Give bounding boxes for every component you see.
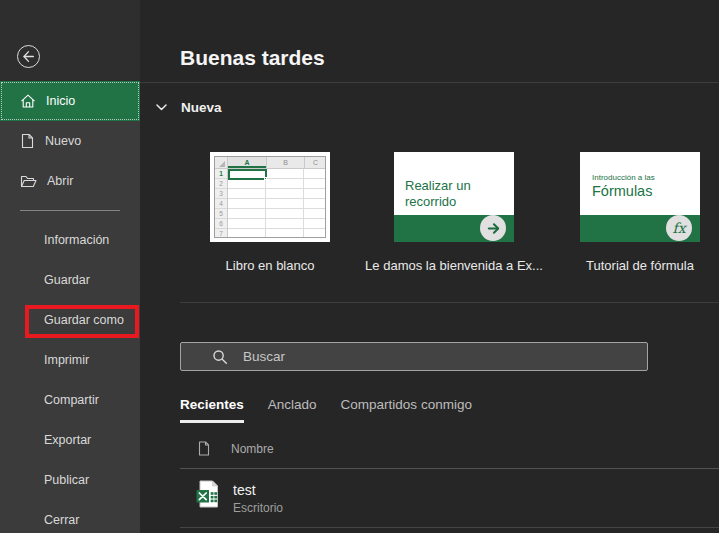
tab-anclado[interactable]: Anclado — [268, 397, 317, 423]
new-section-header[interactable]: Nueva — [156, 100, 222, 115]
file-location: Escritorio — [233, 501, 283, 515]
template-welcome-tour[interactable]: Realizar un recorrido — [394, 152, 514, 242]
template-formula-tutorial[interactable]: Introducción a las Fórmulas fx — [580, 152, 700, 242]
sheet-row-headers: 1 2 3 4 5 6 7 — [215, 169, 228, 237]
sidebar-header — [0, 0, 140, 81]
sidebar-item-guardar[interactable]: Guardar — [0, 260, 140, 300]
sidebar-item-label: Publicar — [44, 473, 89, 487]
sheet-row-header: 4 — [215, 199, 227, 209]
search-icon — [181, 349, 228, 365]
sidebar-item-label: Compartir — [44, 393, 99, 407]
sheet-col-header: B — [267, 157, 305, 169]
back-button[interactable] — [17, 45, 40, 68]
name-column-header[interactable]: Nombre — [231, 442, 274, 456]
sidebar-item-label: Guardar — [44, 273, 90, 287]
sheet-row-header: 3 — [215, 189, 227, 199]
sheet-row-header: 5 — [215, 209, 227, 219]
sheet-corner-cell — [215, 157, 228, 169]
tour-preview-title: Realizar un recorrido — [405, 178, 471, 211]
sidebar-item-label: Abrir — [47, 174, 73, 188]
divider — [180, 302, 719, 303]
sidebar-item-imprimir[interactable]: Imprimir — [0, 340, 140, 380]
sheet-row-header: 2 — [215, 179, 227, 189]
sheet-row-header: 7 — [215, 229, 227, 238]
sidebar-item-guardar-como[interactable]: Guardar como — [0, 300, 140, 340]
divider — [140, 82, 719, 83]
arrow-right-icon — [480, 215, 506, 241]
blank-workbook-preview: A B C 1 2 3 4 5 6 7 — [214, 156, 326, 238]
backstage-sidebar: Inicio Nuevo Abrir Información Guardar — [0, 0, 140, 533]
chevron-down-icon — [156, 104, 167, 111]
tab-recientes[interactable]: Recientes — [180, 397, 244, 423]
search-input[interactable] — [243, 349, 639, 364]
open-folder-icon — [20, 174, 37, 189]
sidebar-item-label: Guardar como — [44, 313, 124, 327]
backstage-main: Buenas tardes Nueva A B C 1 2 3 4 5 6 7 — [140, 0, 719, 533]
sheet-row-header: 6 — [215, 219, 227, 229]
sidebar-nav: Inicio Nuevo Abrir Información Guardar — [0, 81, 140, 533]
sidebar-item-label: Información — [44, 233, 109, 247]
search-bar[interactable] — [180, 342, 648, 371]
formula-preview-subtitle: Introducción a las — [592, 173, 655, 182]
sidebar-item-publicar[interactable]: Publicar — [0, 460, 140, 500]
file-list-header: Nombre — [198, 441, 274, 456]
tab-compartidos-conmigo[interactable]: Compartidos conmigo — [341, 397, 472, 423]
template-label-blank-workbook[interactable]: Libro en blanco — [180, 258, 360, 273]
file-row-test[interactable]: test Escritorio — [180, 469, 719, 527]
recents-tabs: Recientes Anclado Compartidos conmigo — [180, 397, 472, 423]
sheet-col-header: C — [305, 157, 326, 169]
excel-file-icon — [196, 480, 220, 508]
sidebar-item-cerrar[interactable]: Cerrar — [0, 500, 140, 533]
greeting-title: Buenas tardes — [180, 46, 325, 70]
sheet-col-header: A — [228, 157, 267, 169]
document-icon — [198, 441, 210, 456]
sidebar-item-label: Inicio — [46, 94, 75, 108]
sidebar-item-informacion[interactable]: Información — [0, 220, 140, 260]
sidebar-divider — [20, 210, 120, 211]
new-section-title: Nueva — [181, 100, 222, 115]
sidebar-item-label: Imprimir — [44, 353, 89, 367]
sidebar-item-exportar[interactable]: Exportar — [0, 420, 140, 460]
sidebar-item-label: Nuevo — [45, 134, 81, 148]
template-blank-workbook[interactable]: A B C 1 2 3 4 5 6 7 — [210, 152, 330, 242]
sidebar-item-nuevo[interactable]: Nuevo — [0, 121, 140, 161]
template-label-formula-tutorial[interactable]: Tutorial de fórmula — [550, 258, 719, 273]
sheet-selected-cell — [228, 169, 267, 180]
sheet-row-header: 1 — [215, 169, 227, 179]
sidebar-item-label: Exportar — [44, 433, 91, 447]
sidebar-item-label: Cerrar — [44, 513, 79, 527]
new-document-icon — [20, 133, 35, 149]
back-arrow-icon — [22, 50, 35, 63]
formula-preview-title: Fórmulas — [592, 183, 652, 199]
sidebar-item-inicio[interactable]: Inicio — [0, 81, 140, 121]
fx-icon: fx — [666, 215, 692, 241]
sidebar-item-abrir[interactable]: Abrir — [0, 161, 140, 201]
home-icon — [20, 93, 36, 109]
divider — [180, 527, 719, 528]
template-label-welcome-tour[interactable]: Le damos la bienvenida a Ex... — [364, 258, 544, 273]
file-name: test — [233, 482, 256, 498]
sidebar-item-compartir[interactable]: Compartir — [0, 380, 140, 420]
